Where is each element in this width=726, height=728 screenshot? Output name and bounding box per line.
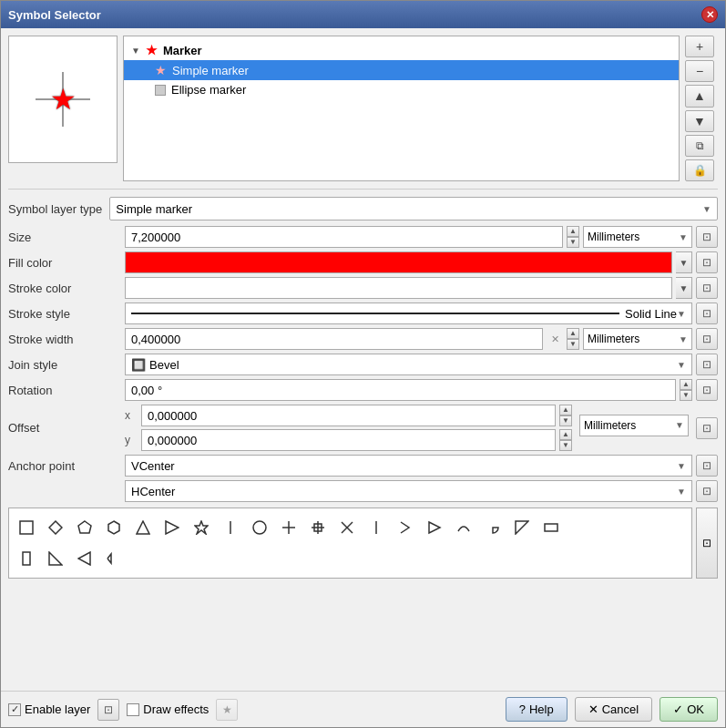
size-unit-combo[interactable]: Millimeters ▼	[583, 226, 692, 248]
shape-rect-wide[interactable]	[537, 514, 565, 541]
offset-x-spin-up[interactable]: ▲	[559, 405, 572, 415]
draw-effects-checkbox[interactable]	[127, 703, 139, 716]
lock-layer-button[interactable]: 🔒	[685, 159, 714, 181]
cancel-label: Cancel	[602, 702, 639, 716]
shape-palette-expr-button[interactable]: ⊡	[696, 508, 718, 579]
stroke-color-expr-button[interactable]: ⊡	[696, 277, 718, 299]
stroke-style-combo[interactable]: Solid Line ▼	[125, 302, 692, 324]
size-spin-down[interactable]: ▼	[567, 237, 579, 248]
shape-right-triangle[interactable]	[42, 545, 69, 572]
separator-1	[8, 189, 718, 190]
offset-expr-button[interactable]: ⊡	[696, 417, 718, 439]
fill-color-dropdown[interactable]: ▼	[676, 251, 692, 273]
shape-triangle-left[interactable]	[71, 545, 98, 572]
stroke-style-preview: Solid Line	[131, 307, 677, 321]
shape-arrow-left-right[interactable]	[100, 545, 128, 572]
size-spin-up[interactable]: ▲	[567, 226, 579, 237]
move-up-button[interactable]: ▲	[685, 85, 714, 107]
offset-x-input[interactable]	[141, 405, 556, 426]
draw-effects-checkbox-label[interactable]: Draw effects	[127, 702, 209, 716]
shape-x[interactable]	[333, 514, 361, 541]
enable-layer-expr-button[interactable]: ⊡	[97, 699, 119, 721]
tree-item-simple-marker[interactable]: ★ Simple marker	[124, 60, 679, 80]
shape-pentagon[interactable]	[71, 514, 98, 541]
size-expr-button[interactable]: ⊡	[696, 226, 718, 248]
size-label: Size	[8, 231, 118, 244]
shape-triangle-right[interactable]	[158, 514, 186, 541]
svg-marker-17	[516, 521, 528, 534]
anchor-hcenter-combo[interactable]: HCenter ▼	[125, 480, 692, 502]
add-layer-button[interactable]: +	[685, 36, 714, 57]
join-style-expr-button[interactable]: ⊡	[696, 354, 718, 375]
enable-layer-checkbox-label[interactable]: ✓ Enable layer	[8, 702, 90, 716]
close-button[interactable]: ✕	[701, 6, 718, 23]
draw-effects-expr-button[interactable]: ★	[216, 699, 238, 721]
fill-color-expr-button[interactable]: ⊡	[696, 251, 718, 273]
offset-unit-combo[interactable]: Millimeters ▼	[579, 415, 689, 436]
svg-rect-18	[545, 524, 557, 531]
shape-line-v[interactable]	[363, 514, 390, 541]
expr-icon-draw-effects: ★	[222, 703, 232, 716]
stroke-width-spin-down[interactable]: ▼	[567, 339, 579, 350]
cancel-button[interactable]: ✕ Cancel	[575, 697, 652, 722]
stroke-width-unit-combo[interactable]: Millimeters ▼	[583, 328, 692, 350]
rotation-spin-up[interactable]: ▲	[680, 379, 692, 390]
stroke-width-expr-button[interactable]: ⊡	[696, 328, 718, 350]
offset-y-input[interactable]	[141, 429, 556, 451]
shape-diamond[interactable]	[42, 514, 69, 541]
layer-tree: ▼ ★ Marker ★ Simple marker Ellipse	[123, 36, 680, 181]
symbol-layer-type-combo[interactable]: Simple marker ▼	[109, 197, 718, 220]
stroke-width-label: Stroke width	[8, 333, 118, 346]
ok-button[interactable]: ✓ OK	[660, 697, 718, 722]
expr-icon-fill: ⊡	[702, 256, 711, 269]
shape-semicircle[interactable]	[450, 514, 477, 541]
rotation-input[interactable]	[125, 379, 676, 401]
shape-wedge[interactable]	[479, 514, 506, 541]
anchor-hcenter-expr-button[interactable]: ⊡	[696, 480, 718, 502]
help-button[interactable]: ? Help	[506, 697, 568, 722]
shape-triangle[interactable]	[129, 514, 157, 541]
size-input[interactable]	[125, 226, 563, 248]
shape-hexagon[interactable]	[100, 514, 128, 541]
shape-arrow-right-fill[interactable]	[421, 514, 448, 541]
stroke-width-input[interactable]	[125, 328, 543, 350]
offset-x-spin-down[interactable]: ▼	[559, 415, 572, 426]
anchor-vcenter-expr-button[interactable]: ⊡	[696, 455, 718, 477]
join-style-combo[interactable]: 🔲 Bevel ▼	[125, 354, 692, 375]
shape-triangle-topleft[interactable]	[508, 514, 536, 541]
tree-item-ellipse-marker[interactable]: Ellipse marker	[124, 80, 679, 99]
svg-marker-4	[137, 521, 149, 534]
move-down-button[interactable]: ▼	[685, 110, 714, 132]
tree-item-marker[interactable]: ▼ ★ Marker	[124, 40, 679, 60]
anchor-vcenter-combo[interactable]: VCenter ▼	[125, 455, 692, 477]
shape-crosshair[interactable]	[304, 514, 332, 541]
shape-square[interactable]	[13, 514, 40, 541]
stroke-color-row: ▼ ⊡	[125, 277, 718, 299]
shape-chevron-right[interactable]	[392, 514, 419, 541]
enable-layer-checkbox[interactable]: ✓	[8, 703, 21, 716]
stroke-style-expr-button[interactable]: ⊡	[696, 302, 718, 324]
rotation-spin-down[interactable]: ▼	[680, 390, 692, 401]
help-label: Help	[529, 702, 554, 716]
offset-y-spin-down[interactable]: ▼	[559, 440, 572, 451]
stroke-width-spin-up[interactable]: ▲	[567, 328, 579, 339]
stroke-width-clear[interactable]: ✕	[547, 331, 563, 347]
shape-star[interactable]	[188, 514, 215, 541]
copy-layer-button[interactable]: ⧉	[685, 135, 714, 157]
stroke-color-dropdown[interactable]: ▼	[676, 277, 692, 299]
join-style-row: 🔲 Bevel ▼ ⊡	[125, 354, 718, 375]
rotation-expr-button[interactable]: ⊡	[696, 379, 718, 401]
shape-arrow-up[interactable]	[217, 514, 244, 541]
remove-layer-button[interactable]: −	[685, 60, 714, 82]
symbol-selector-dialog: Symbol Selector ✕ ★ ▼ ★	[0, 0, 726, 728]
offset-inputs: x ▲ ▼ y ▲ ▼	[125, 405, 572, 451]
fill-color-bar[interactable]	[125, 251, 672, 273]
add-icon: +	[696, 39, 703, 54]
shape-rect-tall[interactable]	[13, 545, 40, 572]
shape-cross[interactable]	[275, 514, 302, 541]
offset-y-spin-up[interactable]: ▲	[559, 429, 572, 440]
rotation-spin: ▲ ▼	[680, 379, 692, 401]
shape-circle[interactable]	[246, 514, 273, 541]
join-style-arrow-icon: ▼	[677, 360, 686, 370]
stroke-color-bar[interactable]	[125, 277, 672, 299]
